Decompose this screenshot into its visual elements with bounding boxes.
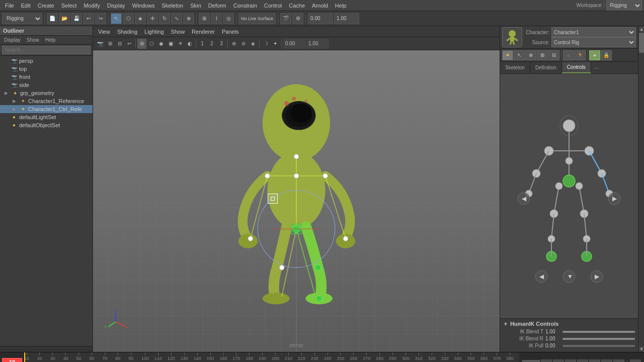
prev-frame-btn[interactable]: ◀ bbox=[565, 359, 576, 363]
vp-menu-renderer[interactable]: Renderer bbox=[189, 28, 218, 36]
vp-wireframe-btn[interactable]: ⬡ bbox=[147, 39, 156, 49]
tree-item-defaultlightset[interactable]: ● defaultLightSet bbox=[0, 113, 93, 121]
tree-item-grp-geometry[interactable]: ▶ ✦ grp_geometry bbox=[0, 89, 93, 97]
snap-grid-btn[interactable]: ⊞ bbox=[199, 13, 210, 24]
tab-more[interactable]: ··· bbox=[591, 64, 602, 72]
vp-menu-lighting[interactable]: Lighting bbox=[141, 28, 167, 36]
ik-pull-slider[interactable] bbox=[562, 345, 635, 347]
search-input[interactable] bbox=[2, 46, 91, 54]
workspace-select[interactable]: Rigging Animation Modeling bbox=[606, 1, 642, 11]
menu-edit[interactable]: Edit bbox=[18, 2, 34, 10]
tab-definition[interactable]: Definition bbox=[530, 62, 562, 73]
scroll-down-btn[interactable]: ▼ bbox=[638, 346, 644, 352]
field-value-2[interactable]: 1.00 bbox=[334, 13, 359, 24]
menu-skin[interactable]: Skin bbox=[187, 2, 204, 10]
paint-btn[interactable]: ◈ bbox=[135, 13, 146, 24]
vp-menu-panels[interactable]: Panels bbox=[219, 28, 242, 36]
vp-display-1-btn[interactable]: 1 bbox=[198, 39, 207, 49]
vp-menu-show[interactable]: Show bbox=[168, 28, 188, 36]
menu-control[interactable]: Control bbox=[261, 2, 285, 10]
outliner-scrollbar[interactable] bbox=[0, 346, 93, 352]
go-start-btn[interactable]: |◀ bbox=[541, 359, 552, 363]
char-tool-2[interactable]: ↖ bbox=[514, 50, 525, 60]
tree-item-defaultobjectset[interactable]: ● defaultObjectSet bbox=[0, 121, 93, 129]
go-end-btn[interactable]: ▶| bbox=[613, 359, 624, 363]
vp-menu-shading[interactable]: Shading bbox=[114, 28, 140, 36]
tree-item-char1-ref[interactable]: ▶ ✶ Character1_Reference bbox=[0, 97, 93, 105]
menu-constrain[interactable]: Constrain bbox=[230, 2, 260, 10]
move-btn[interactable]: ✛ bbox=[147, 13, 158, 24]
mode-select[interactable]: Rigging Animation Modeling bbox=[2, 13, 42, 24]
source-select[interactable]: Control Rig bbox=[551, 37, 636, 47]
redo-btn[interactable]: ↪ bbox=[95, 13, 106, 24]
menu-skeleton[interactable]: Skeleton bbox=[158, 2, 186, 10]
field-value-1[interactable]: 0.00 bbox=[308, 13, 333, 24]
outliner-tab-help[interactable]: Help bbox=[43, 37, 58, 43]
vp-select-cam-btn[interactable]: 📷 bbox=[95, 39, 105, 49]
ik-blend-t-slider[interactable] bbox=[562, 331, 635, 333]
render-settings-btn[interactable]: ⚙ bbox=[292, 13, 303, 24]
vp-frame-sel-btn[interactable]: ⊟ bbox=[115, 39, 124, 49]
vp-texture-btn[interactable]: ▣ bbox=[166, 39, 175, 49]
prev-key-btn[interactable]: ◀| bbox=[553, 359, 564, 363]
scroll-up-btn[interactable]: ▲ bbox=[638, 26, 644, 32]
play-btn[interactable]: ▶ bbox=[577, 359, 588, 363]
menu-select[interactable]: Select bbox=[58, 2, 80, 10]
char-tool-1[interactable]: ✦ bbox=[502, 50, 513, 60]
undo-btn[interactable]: ↩ bbox=[83, 13, 94, 24]
vp-display-2-btn[interactable]: 2 bbox=[207, 39, 216, 49]
char-pose-btn[interactable]: 🏃 bbox=[575, 50, 586, 60]
record-btn[interactable]: ⏺ bbox=[630, 359, 641, 363]
scroll-track[interactable] bbox=[638, 32, 644, 346]
viewport-canvas[interactable]: X Y Z persp bbox=[93, 50, 500, 352]
save-file-btn[interactable]: 💾 bbox=[71, 13, 82, 24]
vp-light-btn[interactable]: ☀ bbox=[176, 39, 185, 49]
tree-item-side[interactable]: 📷 side bbox=[0, 81, 93, 89]
vp-smooth-btn[interactable]: ◉ bbox=[156, 39, 166, 49]
menu-modify[interactable]: Modify bbox=[80, 2, 103, 10]
render-preview-btn[interactable]: 🎬 bbox=[280, 13, 291, 24]
menu-cache[interactable]: Cache bbox=[286, 2, 308, 10]
scroll-thumb[interactable] bbox=[639, 33, 644, 53]
hik-header[interactable]: ▼ HumanIK Controls bbox=[503, 321, 635, 327]
menu-file[interactable]: File bbox=[2, 2, 17, 10]
scale-btn[interactable]: ⤡ bbox=[171, 13, 182, 24]
char-active-btn[interactable]: ● bbox=[589, 50, 600, 60]
vp-menu-view[interactable]: View bbox=[95, 28, 113, 36]
vp-grid-btn[interactable]: ⊞ bbox=[137, 39, 146, 49]
menu-create[interactable]: Create bbox=[35, 2, 57, 10]
char-tool-3[interactable]: ⊕ bbox=[525, 50, 536, 60]
tree-item-char1-ctrl[interactable]: ▶ ✶ Character1_Ctrl_Refe bbox=[0, 105, 93, 113]
vp-subd-btn[interactable]: ◈ bbox=[249, 39, 258, 49]
live-surface-btn[interactable]: No Live Surface bbox=[238, 13, 276, 24]
select-tool-btn[interactable]: ↖ bbox=[111, 13, 122, 24]
tab-skeleton[interactable]: Skeleton bbox=[500, 62, 530, 73]
menu-windows[interactable]: Windows bbox=[129, 2, 158, 10]
vp-field1[interactable] bbox=[283, 39, 306, 49]
vp-smooth-mesh-btn[interactable]: ⊕ bbox=[229, 39, 238, 49]
vp-joint-xray-btn[interactable]: ✦ bbox=[271, 39, 280, 49]
char-key-btn[interactable]: ⬦ bbox=[563, 50, 574, 60]
menu-deform[interactable]: Deform bbox=[205, 2, 229, 10]
new-file-btn[interactable]: 📄 bbox=[47, 13, 58, 24]
vp-xray-btn[interactable]: ☽ bbox=[261, 39, 270, 49]
tree-item-front[interactable]: 📷 front bbox=[0, 73, 93, 81]
vp-crease-btn[interactable]: ⊘ bbox=[239, 39, 248, 49]
outliner-tab-display[interactable]: Display bbox=[2, 37, 23, 43]
vp-field2[interactable] bbox=[306, 39, 329, 49]
vp-display-3-btn[interactable]: 3 bbox=[217, 39, 226, 49]
character-select[interactable]: Character1 bbox=[551, 27, 636, 37]
vp-frame-all-btn[interactable]: ⊞ bbox=[106, 39, 115, 49]
rotate-btn[interactable]: ↻ bbox=[159, 13, 170, 24]
outliner-tab-show[interactable]: Show bbox=[25, 37, 41, 43]
frame-input[interactable] bbox=[522, 360, 540, 363]
snap-curve-btn[interactable]: ⌇ bbox=[211, 13, 222, 24]
open-file-btn[interactable]: 📂 bbox=[59, 13, 70, 24]
tree-item-top[interactable]: 📷 top bbox=[0, 65, 93, 73]
menu-help[interactable]: Help bbox=[332, 2, 350, 10]
char-lock-btn[interactable]: 🔒 bbox=[601, 50, 612, 60]
vp-undo-view-btn[interactable]: ↩ bbox=[125, 39, 134, 49]
frame-counter[interactable]: 10 10 bbox=[2, 358, 22, 363]
lasso-btn[interactable]: ⬡ bbox=[123, 13, 134, 24]
next-frame-btn[interactable]: ▶ bbox=[589, 359, 600, 363]
